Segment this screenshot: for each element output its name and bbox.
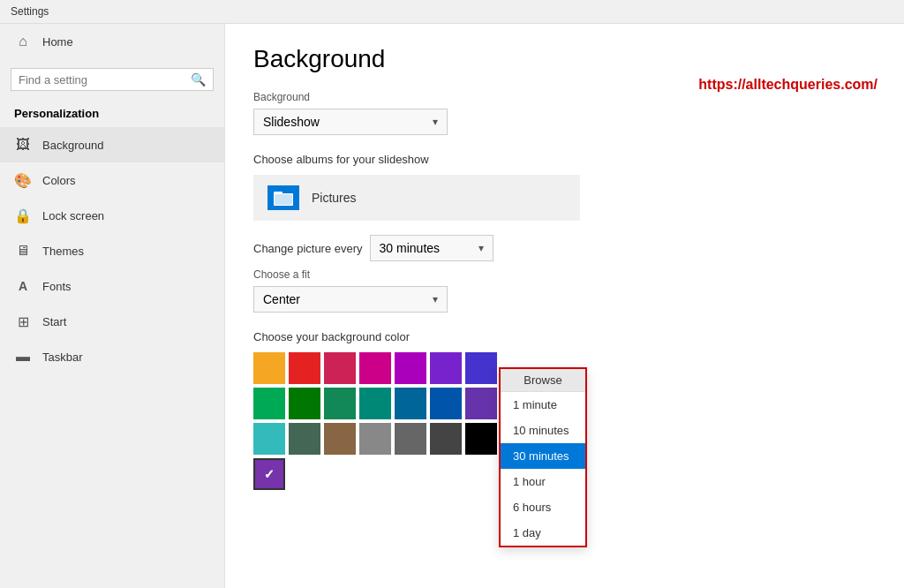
color-selected-purple[interactable]: ✓ bbox=[253, 458, 285, 490]
option-1-day[interactable]: 1 day bbox=[501, 520, 585, 546]
svg-rect-2 bbox=[275, 194, 292, 205]
change-every-label: Change picture every bbox=[253, 242, 363, 255]
sidebar-item-background[interactable]: 🖼 Background bbox=[0, 127, 224, 162]
sidebar-item-start[interactable]: ⊞ Start bbox=[0, 304, 224, 339]
fit-value: Center bbox=[263, 292, 300, 306]
color-section-label: Choose your background color bbox=[253, 330, 876, 343]
page-title: Background bbox=[253, 45, 876, 73]
check-icon: ✓ bbox=[264, 467, 275, 481]
dropdown-arrow-icon: ▾ bbox=[433, 116, 438, 128]
change-every-arrow-icon: ▾ bbox=[478, 242, 484, 254]
album-item[interactable]: Pictures bbox=[253, 175, 580, 221]
choose-albums-label: Choose albums for your slideshow bbox=[253, 153, 876, 166]
color-teal[interactable] bbox=[359, 388, 391, 419]
sidebar-fonts-label: Fonts bbox=[42, 280, 72, 293]
change-every-row: Change picture every 30 minutes ▾ bbox=[253, 235, 876, 261]
background-icon: 🖼 bbox=[14, 136, 32, 154]
change-every-dropdown[interactable]: 30 minutes ▾ bbox=[370, 235, 493, 261]
dropdown-popup: Browse 1 minute 10 minutes 30 minutes 1 … bbox=[499, 367, 587, 547]
title-bar-label: Settings bbox=[11, 5, 49, 18]
sidebar-start-label: Start bbox=[42, 315, 66, 328]
color-brown[interactable] bbox=[324, 423, 356, 455]
sidebar-item-taskbar[interactable]: ▬ Taskbar bbox=[0, 339, 224, 374]
color-mid-gray[interactable] bbox=[359, 423, 391, 455]
sidebar-section-title: Personalization bbox=[0, 100, 224, 127]
option-30-minutes[interactable]: 30 minutes bbox=[501, 443, 585, 469]
themes-icon: 🖥 bbox=[14, 242, 32, 260]
color-blue[interactable] bbox=[430, 388, 462, 419]
color-cyan[interactable] bbox=[253, 423, 285, 455]
search-input[interactable] bbox=[19, 73, 191, 87]
sidebar: ⌂ Home 🔍 Personalization 🖼 Background 🎨 … bbox=[0, 24, 225, 588]
sidebar-background-label: Background bbox=[42, 139, 103, 152]
color-emerald[interactable] bbox=[253, 388, 285, 419]
color-steel-blue[interactable] bbox=[395, 388, 426, 419]
sidebar-item-themes[interactable]: 🖥 Themes bbox=[0, 233, 224, 268]
main-content: https://alltechqueries.com/ Background B… bbox=[225, 24, 904, 588]
sidebar-item-colors[interactable]: 🎨 Colors bbox=[0, 162, 224, 198]
search-icon: 🔍 bbox=[191, 72, 206, 87]
option-1-hour[interactable]: 1 hour bbox=[501, 469, 585, 494]
color-purple-bright[interactable] bbox=[395, 352, 426, 384]
sidebar-colors-label: Colors bbox=[42, 174, 76, 187]
taskbar-icon: ▬ bbox=[14, 348, 32, 366]
browse-button[interactable]: Browse bbox=[501, 369, 585, 392]
album-name: Pictures bbox=[312, 191, 357, 205]
fit-label: Choose a fit bbox=[253, 268, 876, 281]
color-forest[interactable] bbox=[324, 388, 356, 419]
option-10-minutes[interactable]: 10 minutes bbox=[501, 418, 585, 443]
home-icon: ⌂ bbox=[14, 33, 32, 50]
fit-dropdown[interactable]: Center ▾ bbox=[253, 286, 448, 313]
sidebar-taskbar-label: Taskbar bbox=[42, 351, 83, 364]
background-type-dropdown[interactable]: Slideshow ▾ bbox=[253, 109, 448, 135]
sidebar-home-label: Home bbox=[42, 35, 73, 49]
watermark: https://alltechqueries.com/ bbox=[698, 77, 878, 93]
start-icon: ⊞ bbox=[14, 313, 32, 330]
main-container: ⌂ Home 🔍 Personalization 🖼 Background 🎨 … bbox=[0, 24, 904, 588]
title-bar: Settings bbox=[0, 0, 904, 24]
colors-icon: 🎨 bbox=[14, 171, 32, 189]
album-folder-icon bbox=[267, 185, 299, 210]
inline-content: Pictures Browse 1 minute 10 minutes 30 m… bbox=[253, 175, 876, 313]
sidebar-themes-label: Themes bbox=[42, 245, 84, 258]
color-red[interactable] bbox=[289, 352, 320, 384]
sidebar-search-box[interactable]: 🔍 bbox=[11, 68, 214, 91]
color-orange[interactable] bbox=[253, 352, 285, 384]
color-dark-gray[interactable] bbox=[395, 423, 426, 455]
color-dark-green[interactable] bbox=[289, 388, 320, 419]
option-1-minute[interactable]: 1 minute bbox=[501, 392, 585, 418]
color-violet[interactable] bbox=[430, 352, 462, 384]
color-indigo[interactable] bbox=[465, 352, 497, 384]
sidebar-item-lockscreen[interactable]: 🔒 Lock screen bbox=[0, 198, 224, 233]
color-magenta[interactable] bbox=[359, 352, 391, 384]
choose-fit-section: Choose a fit Center ▾ bbox=[253, 268, 876, 313]
color-black[interactable] bbox=[465, 423, 497, 455]
color-blue-purple[interactable] bbox=[465, 388, 497, 419]
change-every-value: 30 minutes bbox=[380, 241, 440, 255]
sidebar-lockscreen-label: Lock screen bbox=[42, 209, 104, 222]
fit-arrow-icon: ▾ bbox=[433, 293, 438, 305]
background-type-value: Slideshow bbox=[263, 115, 320, 129]
color-darker-gray[interactable] bbox=[430, 423, 462, 455]
sidebar-item-home[interactable]: ⌂ Home bbox=[0, 24, 224, 59]
color-olive[interactable] bbox=[289, 423, 320, 455]
background-section-label: Background bbox=[253, 91, 876, 103]
fonts-icon: A bbox=[14, 277, 32, 295]
lockscreen-icon: 🔒 bbox=[14, 207, 32, 224]
color-crimson[interactable] bbox=[324, 352, 356, 384]
option-6-hours[interactable]: 6 hours bbox=[501, 494, 585, 520]
sidebar-item-fonts[interactable]: A Fonts bbox=[0, 268, 224, 304]
